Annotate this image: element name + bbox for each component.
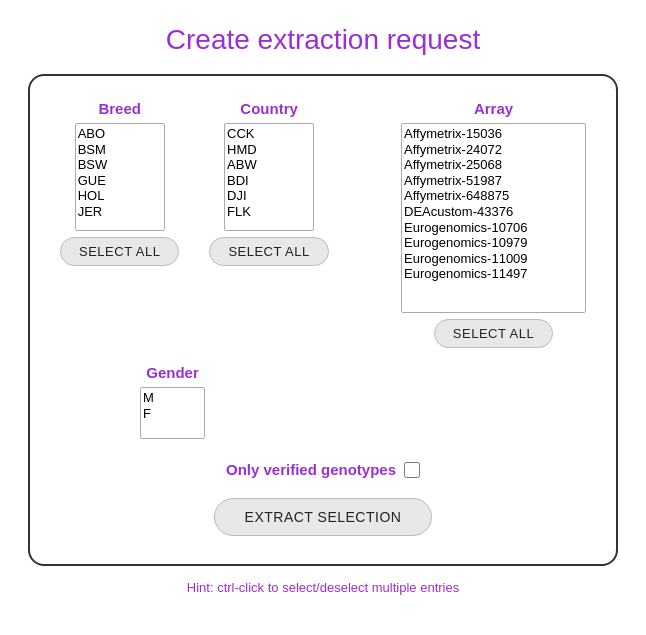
hint-text: Hint: ctrl-click to select/deselect mult… <box>187 580 459 595</box>
array-group: Array Affymetrix-15036Affymetrix-24072Af… <box>401 100 586 348</box>
array-select-all-button[interactable]: SELECT ALL <box>434 319 553 348</box>
country-group: Country CCKHMDABWBDIDJIFLK SELECT ALL <box>209 100 328 266</box>
verified-row: Only verified genotypes <box>226 461 420 478</box>
gender-group: Gender MF <box>140 364 205 439</box>
gender-label: Gender <box>146 364 199 381</box>
breed-label: Breed <box>98 100 141 117</box>
country-label: Country <box>240 100 298 117</box>
extract-selection-button[interactable]: EXTRACT SELECTION <box>214 498 433 536</box>
top-selects-row: Breed ABOBSMBSWGUEHOLJER SELECT ALL Coun… <box>60 100 586 348</box>
main-card: Breed ABOBSMBSWGUEHOLJER SELECT ALL Coun… <box>28 74 618 566</box>
gender-select[interactable]: MF <box>140 387 205 439</box>
breed-select-all-button[interactable]: SELECT ALL <box>60 237 179 266</box>
array-label: Array <box>474 100 513 117</box>
array-select[interactable]: Affymetrix-15036Affymetrix-24072Affymetr… <box>401 123 586 313</box>
country-select[interactable]: CCKHMDABWBDIDJIFLK <box>224 123 314 231</box>
page-title: Create extraction request <box>166 24 480 56</box>
gender-row: Gender MF <box>60 364 586 439</box>
country-select-all-button[interactable]: SELECT ALL <box>209 237 328 266</box>
verified-checkbox[interactable] <box>404 462 420 478</box>
breed-group: Breed ABOBSMBSWGUEHOLJER SELECT ALL <box>60 100 179 266</box>
breed-select[interactable]: ABOBSMBSWGUEHOLJER <box>75 123 165 231</box>
verified-label: Only verified genotypes <box>226 461 396 478</box>
